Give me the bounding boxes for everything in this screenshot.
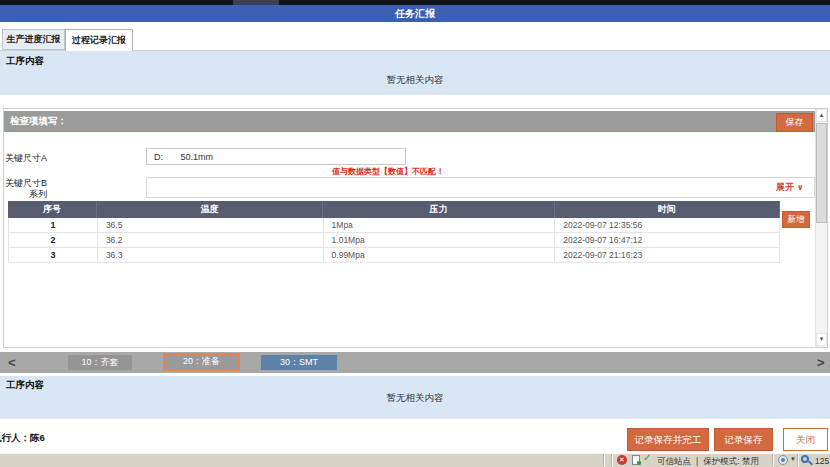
table-cell-temperature: 36.5 [98,218,324,233]
chevron-down-icon: ∨ [794,183,804,192]
table-cell-temperature: 36.2 [98,233,324,248]
table-cell-serial: 3 [9,248,98,263]
scrollbar-thumb[interactable] [816,123,827,223]
step-button-30[interactable]: 30：SMT [261,355,337,370]
close-button[interactable]: 关闭 [783,428,828,451]
series-label: 系列 [0,188,47,201]
scrollbar-up-icon[interactable]: ▲ [816,109,827,122]
table-row: 2 36.2 1.01Mpa 2022-09-07 16:47:12 [8,233,780,248]
table-row: 1 36.5 1Mpa 2022-09-07 12:35:56 [8,218,780,233]
table-cell-time: 2022-09-07 12:35:56 [555,218,780,233]
security-zone-status: 可信站点 | 保护模式: 禁用 [657,456,759,467]
table-cell-temperature: 36.3 [98,248,324,263]
process-content-title-top: 工序内容 [6,55,44,68]
tab-production-progress[interactable]: 生产进度汇报 [2,29,65,50]
zoom-level-text[interactable]: 125% [815,456,829,466]
compass-icon[interactable] [778,455,788,465]
check-icon: ✓ [643,452,651,463]
executor-label: 执行人：陈6 [0,432,72,445]
table-cell-pressure: 0.99Mpa [324,248,556,263]
error-icon: ✕ [617,455,627,465]
table-header-temperature: 温度 [97,201,323,218]
step-button-20-selected[interactable]: 20：准备 [163,353,240,371]
save-and-complete-button[interactable]: 记录保存并完工 [627,428,709,451]
inspection-title: 检查项填写： [10,111,815,131]
panel-scrollbar[interactable]: ▲ ▼ [815,109,827,347]
add-row-button[interactable]: 新增 [782,211,810,228]
process-content-empty-bottom: 暂无相关内容 [0,392,830,405]
statusbar-divider [611,454,613,466]
dialog-title-bar: 任务汇报 [0,5,830,22]
key-dimension-a-input[interactable] [146,148,406,165]
task-report-window: 任务汇报 生产进度汇报 过程记录汇报 工序内容 暂无相关内容 检查项填写： 保存… [0,0,830,467]
protected-mode-label: 保护模式: 禁用 [703,456,759,467]
table-header-serial: 序号 [8,201,97,218]
next-arrow-icon[interactable]: > [817,354,825,371]
process-content-title-bottom: 工序内容 [6,379,44,392]
trusted-sites-label: 可信站点 [657,456,691,467]
table-cell-time: 2022-09-07 16:47:12 [555,233,780,248]
addon-dot-icon [637,461,641,465]
table-cell-pressure: 1.01Mpa [324,233,556,248]
step-button-10[interactable]: 10：齐套 [68,355,132,370]
addon-icon [632,455,640,465]
process-content-panel-top [0,51,830,95]
statusbar-divider [772,454,774,466]
prev-arrow-icon[interactable]: < [8,354,16,371]
table-header-time: 时间 [555,201,780,218]
statusbar-divider [603,454,605,466]
record-save-button[interactable]: 记录保存 [714,428,773,451]
status-divider: | [696,456,698,467]
validation-error-text: 值与数据类型【数值】不匹配！ [332,166,444,177]
expand-label: 展开 [776,182,794,192]
table-cell-time: 2022-09-07 21:16:23 [555,248,780,263]
compass-inner-icon [781,458,785,462]
process-content-empty-top: 暂无相关内容 [0,74,830,87]
table-row: 3 36.3 0.99Mpa 2022-09-07 21:16:23 [8,248,780,263]
table-cell-serial: 1 [9,218,98,233]
table-header-pressure: 压力 [323,201,555,218]
chevron-down-icon[interactable]: ▼ [790,456,796,462]
scrollbar-down-icon[interactable]: ▼ [816,333,827,346]
save-button[interactable]: 保存 [776,113,813,132]
tab-process-record[interactable]: 过程记录汇报 [65,29,133,51]
table-header-row: 序号 温度 压力 时间 [8,201,780,218]
table-cell-serial: 2 [9,233,98,248]
statusbar-divider [797,454,799,466]
expand-link[interactable]: 展开∨ [776,181,804,194]
series-collapsed-field[interactable] [146,177,815,198]
table-cell-pressure: 1Mpa [324,218,556,233]
dialog-title: 任务汇报 [0,5,830,22]
inspection-header-bar: 检查项填写： [4,111,815,132]
key-dimension-a-label: 关键尺寸A [0,152,47,165]
